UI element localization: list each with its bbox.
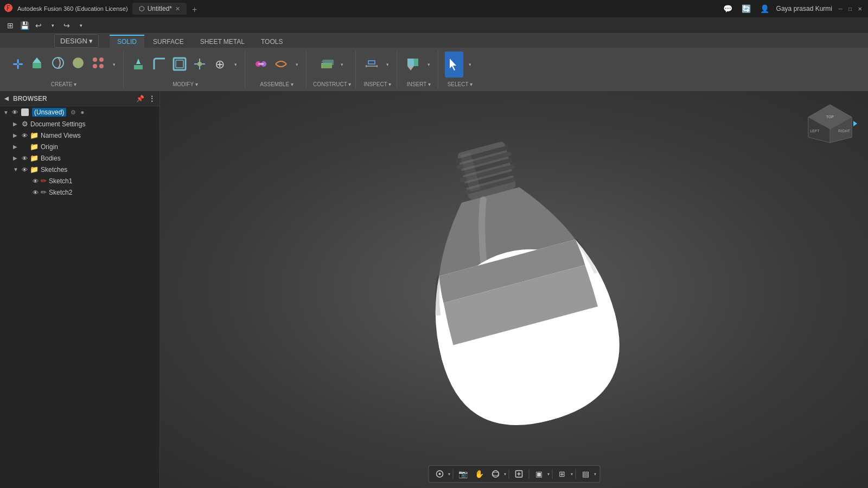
select-button[interactable] [445,52,463,78]
orbit-button[interactable] [488,467,503,480]
motion-link-button[interactable] [272,52,290,78]
revolve-button[interactable] [49,52,67,78]
move-button[interactable]: ⊕ [210,52,229,78]
folder-unsaved-icon [21,108,29,116]
fillet-button[interactable] [150,52,169,78]
measure-button[interactable] [362,52,381,78]
circle-unsaved-button[interactable]: ● [80,108,84,116]
undo-button[interactable]: ↩ [33,20,44,31]
toolbar-separator-2 [508,469,509,479]
design-dropdown-button[interactable]: DESIGN ▾ [54,34,99,48]
eye-unsaved-icon[interactable]: 👁 [12,109,18,115]
view-mode-dropdown-button[interactable]: ▾ [547,472,550,477]
tab-tools[interactable]: TOOLS [253,35,290,48]
eye-sketches-icon[interactable]: 👁 [22,166,28,173]
eye-named-views-icon[interactable]: 👁 [22,132,28,139]
tree-item-sketches[interactable]: ▼ 👁 📁 Sketches [0,164,159,175]
scale-button[interactable] [190,52,209,78]
select-icon [446,56,462,73]
gear-unsaved-icon[interactable]: ⚙ [71,109,76,116]
pin-browser-button[interactable]: 📌 [136,95,144,102]
tree-item-sketch1[interactable]: ▶ 👁 ✏ Sketch1 [0,175,159,187]
snap-dropdown-button[interactable]: ▾ [448,472,450,477]
folder-bodies-icon: 📁 [30,154,39,162]
tree-item-bodies[interactable]: ▶ 👁 📁 Bodies [0,152,159,164]
select-dropdown-button[interactable]: ▾ [465,52,475,78]
move-icon: ⊕ [215,57,225,72]
display-dropdown-button[interactable]: ▾ [594,472,596,477]
joint-button[interactable] [252,52,270,78]
modify-group-label[interactable]: MODIFY ▾ [173,81,197,87]
tree-item-named-views[interactable]: ▶ 👁 📁 Named Views [0,130,159,141]
tree-item-document-settings[interactable]: ▶ ⚙ Document Settings [0,118,159,130]
snap-button[interactable] [432,467,447,480]
insert-mesh-button[interactable] [404,52,422,78]
redo-dropdown-button[interactable]: ▾ [75,20,87,31]
username[interactable]: Gaya prasad Kurmi [776,5,832,12]
insert-dropdown-button[interactable]: ▾ [424,52,433,78]
tree-item-unsaved[interactable]: ▼ 👁 (Unsaved) ⚙ ● [0,106,159,118]
zoom-fit-button[interactable] [511,467,526,480]
shell-button[interactable] [170,52,189,78]
inspect-dropdown-button[interactable]: ▾ [382,52,392,78]
grid-button[interactable]: ⊞ [554,467,570,480]
new-tab-button[interactable]: + [189,5,200,15]
pattern-icon [91,55,106,74]
assemble-group-label[interactable]: ASSEMBLE ▾ [260,81,293,87]
nav-cube[interactable]: TOP LEFT RIGHT [803,102,857,145]
pattern-button[interactable] [89,52,107,78]
display-settings-button[interactable]: ▤ [578,467,593,480]
maximize-button[interactable]: □ [846,5,854,12]
viewport[interactable]: TOP LEFT RIGHT ▾ 📷 ✋ ▾ [160,91,868,488]
eye-sketch1-icon[interactable]: 👁 [33,178,39,184]
grid-dropdown-button[interactable]: ▾ [571,472,573,477]
tab-surface[interactable]: SURFACE [145,35,192,48]
create-dropdown-button[interactable]: ▾ [109,52,119,78]
select-group-label[interactable]: SELECT ▾ [448,81,473,87]
user-icon[interactable]: 👤 [758,2,772,16]
more-browser-button[interactable]: ⋮ [149,95,155,102]
extrude-button[interactable] [29,52,47,78]
press-pull-button[interactable] [130,52,149,78]
redo-button[interactable]: ↪ [61,20,73,31]
tab-solid[interactable]: SOLID [110,35,144,48]
modify-dropdown-button[interactable]: ▾ [231,52,240,78]
assemble-dropdown-button[interactable]: ▾ [292,52,302,78]
close-button[interactable]: ✕ [856,5,864,12]
construct-group-label[interactable]: CONSTRUCT ▾ [313,81,351,87]
chat-icon[interactable]: 💬 [721,2,735,16]
construct-dropdown-button[interactable]: ▾ [337,52,347,78]
new-component-button[interactable]: ✛ [9,52,27,78]
scale-icon [192,56,207,73]
inspect-group-label[interactable]: INSPECT ▾ [363,81,391,87]
sphere-button[interactable] [69,52,87,78]
create-group-label[interactable]: CREATE ▾ [51,81,77,87]
document-tab[interactable]: ⬡ Untitled* ✕ [132,3,187,15]
press-pull-icon [132,56,147,73]
sidebar: ◀ BROWSER 📌 ⋮ ▼ 👁 (Unsaved) ⚙ ● ▶ ⚙ Docu… [0,91,160,488]
sync-icon[interactable]: 🔄 [739,2,754,16]
tab-sheet-metal[interactable]: SHEET METAL [193,35,252,48]
insert-more-icon: ▾ [427,62,430,67]
eye-bodies-icon[interactable]: 👁 [22,155,28,162]
grid-menu-button[interactable]: ⊞ [4,20,16,31]
tree-item-origin[interactable]: ▶ 👁 📁 Origin [0,141,159,152]
undo-dropdown-button[interactable]: ▾ [47,20,59,31]
insert-buttons: ▾ [404,52,433,78]
svg-rect-18 [323,60,334,65]
save-button[interactable]: 💾 [18,20,30,31]
offset-plane-button[interactable] [317,52,336,78]
close-doc-tab-button[interactable]: ✕ [175,5,180,12]
screenshot-button[interactable]: 📷 [455,467,470,480]
titlebar-middle: ⬡ Untitled* ✕ + [128,3,721,15]
motion-link-icon [273,56,289,73]
collapse-browser-button[interactable]: ◀ [4,95,9,101]
pan-button[interactable]: ✋ [471,467,487,480]
insert-group-label[interactable]: INSERT ▾ [407,81,431,87]
eye-sketch2-icon[interactable]: 👁 [33,189,39,196]
tree-item-sketch2[interactable]: ▶ 👁 ✏ Sketch2 [0,187,159,198]
minimize-button[interactable]: ─ [837,5,844,12]
orbit-dropdown-button[interactable]: ▾ [504,472,506,477]
view-mode-button[interactable]: ▣ [531,467,546,480]
ribbon-tabs: DESIGN ▾ SOLID SURFACE SHEET METAL TOOLS [0,34,868,48]
